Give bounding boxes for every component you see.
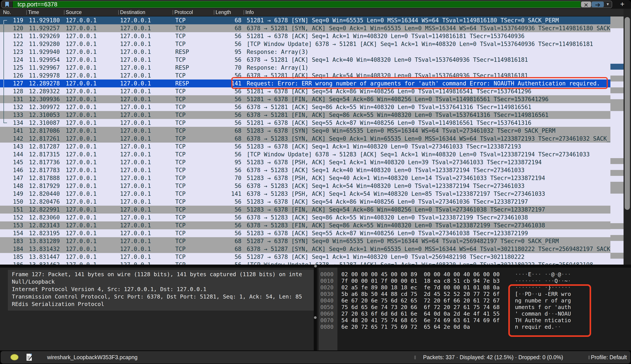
packet-row[interactable]: 119 11.929180 127.0.0.1 127.0.0.1 TCP 68… — [0, 16, 610, 24]
column-header-no[interactable]: No. — [0, 9, 26, 16]
column-header-length[interactable]: Length — [214, 9, 244, 16]
hex-bytes: 7f 00 00 01 7f 00 00 01 18 ea c8 51 cb 9… — [341, 278, 499, 284]
packet-list-scrollbar[interactable] — [623, 9, 631, 264]
cell-destination: 127.0.0.1 — [118, 111, 173, 119]
packet-row[interactable]: 186 13.831462 127.0.0.1 127.0.0.1 TCP 56… — [0, 261, 610, 264]
detail-row-label: REdis Serialization Protocol — [12, 301, 104, 307]
profile-selector[interactable]: Profile: Default — [591, 351, 627, 364]
cell-no: 143 — [0, 142, 26, 150]
packet-row[interactable]: 124 11.929954 127.0.0.1 127.0.0.1 TCP 56… — [0, 56, 610, 64]
column-header-source[interactable]: Source — [64, 9, 118, 16]
packet-row[interactable]: 128 12.289322 127.0.0.1 127.0.0.1 TCP 56… — [0, 88, 610, 95]
cell-length: 70 — [214, 174, 244, 182]
cell-no: 128 — [0, 88, 26, 95]
cell-source: 127.0.0.1 — [64, 214, 118, 222]
packet-row[interactable]: 143 12.817287 127.0.0.1 127.0.0.1 TCP 56… — [0, 142, 610, 150]
packet-row[interactable]: 154 12.823195 127.0.0.1 127.0.0.1 TCP 56… — [0, 229, 610, 237]
packet-row[interactable]: 126 11.929978 127.0.0.1 127.0.0.1 TCP 56… — [0, 72, 610, 80]
packet-row[interactable]: 122 11.929280 127.0.0.1 127.0.0.1 TCP 56… — [0, 40, 610, 48]
packet-row[interactable]: 121 11.929269 127.0.0.1 127.0.0.1 TCP 56… — [0, 32, 610, 40]
wireshark-window: tcp.port==6378 ✕ ➔ ▼ + No.TimeSourceDest… — [0, 0, 631, 364]
cell-time: 11.929257 — [26, 24, 64, 32]
packet-row[interactable]: 127 12.289278 127.0.0.1 127.0.0.1 RESP 1… — [0, 80, 610, 88]
packet-row[interactable]: 131 12.309936 127.0.0.1 127.0.0.1 TCP 56… — [0, 95, 610, 103]
cell-protocol: TCP — [173, 40, 214, 48]
column-header-info[interactable]: Info — [244, 9, 631, 16]
cell-info: 6378 → 51281 [SYN, ACK] Seq=0 Ack=1 Win=… — [244, 24, 610, 32]
status-bar: wireshark_LoopbackW353F3.pcapng Packets:… — [1, 351, 630, 364]
expert-info-icon[interactable] — [10, 354, 19, 360]
cell-destination: 127.0.0.1 — [118, 229, 173, 237]
cell-info: 51287 → 6378 [SYN] Seq=0 Win=65535 Len=0… — [244, 237, 610, 245]
apply-filter-button[interactable]: ➔ — [591, 2, 604, 7]
hex-row[interactable]: 00305b a6 8b 50 44 88 cd 75 2d 45 52 52 … — [317, 291, 631, 298]
packet-row[interactable]: 125 11.929967 127.0.0.1 127.0.0.1 RESP 7… — [0, 64, 610, 72]
cell-info: Response: Array(1) — [244, 64, 610, 72]
packet-row[interactable]: 146 12.817783 127.0.0.1 127.0.0.1 TCP 56… — [0, 166, 610, 174]
cell-protocol: TCP — [173, 142, 214, 150]
packet-list-minimap[interactable] — [610, 16, 623, 264]
packet-row[interactable]: 134 12.310087 127.0.0.1 127.0.0.1 TCP 56… — [0, 119, 610, 127]
packet-row[interactable]: 150 12.820476 127.0.0.1 127.0.0.1 TCP 56… — [0, 198, 610, 206]
clear-filter-button[interactable]: ✕ — [581, 2, 591, 7]
hex-row[interactable]: 005075 6d 65 6e 74 73 20 66 6f 72 20 27 … — [317, 304, 631, 310]
hex-row[interactable]: 006027 20 63 6f 6d 6d 61 6e 64 0d 0a 2d … — [317, 310, 631, 317]
packet-row[interactable]: 151 12.822991 127.0.0.1 127.0.0.1 TCP 56… — [0, 206, 610, 214]
hex-offset: 0000 — [320, 271, 333, 278]
packet-row[interactable]: 144 12.817315 127.0.0.1 127.0.0.1 TCP 56… — [0, 150, 610, 158]
packet-row[interactable]: 133 12.310053 127.0.0.1 127.0.0.1 TCP 56… — [0, 111, 610, 119]
hex-row[interactable]: 00806e 20 72 65 71 75 69 72 65 64 2e 0d … — [317, 324, 631, 330]
hex-row[interactable]: 000002 00 00 00 45 00 00 89 00 00 40 00 … — [317, 271, 631, 278]
bookmark-icon — [5, 2, 9, 7]
packet-list[interactable]: 119 11.929180 127.0.0.1 127.0.0.1 TCP 68… — [0, 16, 610, 264]
detail-tree-row[interactable]: ›REdis Serialization Protocol — [8, 300, 314, 308]
packet-row[interactable]: 149 12.820440 127.0.0.1 127.0.0.1 TCP 14… — [0, 190, 610, 198]
packet-row[interactable]: 147 12.817888 127.0.0.1 127.0.0.1 TCP 70… — [0, 174, 610, 182]
hex-offset: 0050 — [320, 304, 333, 310]
column-header-destination[interactable]: Destination — [118, 9, 173, 16]
cell-length: 56 — [214, 142, 244, 150]
packet-row[interactable]: 132 12.309972 127.0.0.1 127.0.0.1 TCP 56… — [0, 103, 610, 111]
cell-time: 12.310053 — [26, 111, 64, 119]
hex-row[interactable]: 00406e 67 20 6e 75 6d 62 65 72 20 6f 66 … — [317, 298, 631, 304]
minimap-stripe — [610, 22, 623, 28]
packet-row[interactable]: 141 12.817086 127.0.0.1 127.0.0.1 TCP 68… — [0, 127, 610, 135]
vertical-splitter[interactable] — [314, 268, 317, 350]
scrollbar-thumb[interactable] — [625, 17, 630, 210]
add-filter-button[interactable]: + — [619, 0, 626, 9]
cell-no: 123 — [0, 48, 26, 56]
detail-tree-row[interactable]: ›Null/Loopback — [8, 278, 314, 286]
cell-length: 141 — [214, 190, 244, 198]
cell-time: 12.817315 — [26, 150, 64, 158]
filter-dropdown-button[interactable]: ▼ — [604, 1, 612, 8]
hex-offset: 0070 — [320, 317, 333, 324]
packet-row[interactable]: 153 12.823143 127.0.0.1 127.0.0.1 TCP 56… — [0, 222, 610, 229]
column-header-time[interactable]: Time — [26, 9, 64, 16]
packet-row[interactable]: 123 11.929940 127.0.0.1 127.0.0.1 RESP 9… — [0, 48, 610, 56]
detail-tree-row[interactable]: ›Transmission Control Protocol, Src Port… — [8, 293, 314, 300]
cell-destination: 127.0.0.1 — [118, 64, 173, 72]
minimap-stripe — [610, 82, 623, 88]
filter-bookmark-button[interactable] — [2, 1, 13, 8]
packet-row[interactable]: 184 13.831432 127.0.0.1 127.0.0.1 TCP 68… — [0, 245, 610, 253]
hex-bytes: 54 48 20 41 75 74 68 65 6e 74 69 63 61 7… — [341, 317, 499, 324]
hex-row[interactable]: 00107f 00 00 01 7f 00 00 01 18 ea c8 51 … — [317, 278, 631, 284]
packet-row[interactable]: 145 12.817736 127.0.0.1 127.0.0.1 TCP 95… — [0, 158, 610, 166]
packet-row[interactable]: 148 12.817929 127.0.0.1 127.0.0.1 TCP 56… — [0, 182, 610, 190]
hex-row[interactable]: 002002 a5 fe 89 80 18 18 ec fe 7d 00 00 … — [317, 284, 631, 291]
detail-tree-row[interactable]: ›Frame 127: Packet, 141 bytes on wire (1… — [8, 271, 314, 278]
packet-row[interactable]: 142 12.817261 127.0.0.1 127.0.0.1 TCP 68… — [0, 135, 610, 142]
cell-time: 12.823143 — [26, 222, 64, 229]
column-header-protocol[interactable]: Protocol — [173, 9, 214, 16]
packet-row[interactable]: 185 13.831447 127.0.0.1 127.0.0.1 TCP 56… — [0, 253, 610, 261]
detail-tree-row[interactable]: ›Internet Protocol Version 4, Src: 127.0… — [8, 286, 314, 293]
capture-comment-icon[interactable] — [26, 353, 33, 361]
cell-destination: 127.0.0.1 — [118, 95, 173, 103]
hex-row[interactable]: 007054 48 20 41 75 74 68 65 6e 74 69 63 … — [317, 317, 631, 324]
horizontal-splitter[interactable] — [0, 264, 631, 268]
cell-source: 127.0.0.1 — [64, 88, 118, 95]
packet-row[interactable]: 120 11.929257 127.0.0.1 127.0.0.1 TCP 68… — [0, 24, 610, 32]
packet-row[interactable]: 183 13.831289 127.0.0.1 127.0.0.1 TCP 68… — [0, 237, 610, 245]
filter-input[interactable]: tcp.port==6378 — [13, 1, 581, 8]
packet-row[interactable]: 152 12.823060 127.0.0.1 127.0.0.1 TCP 56… — [0, 214, 610, 222]
